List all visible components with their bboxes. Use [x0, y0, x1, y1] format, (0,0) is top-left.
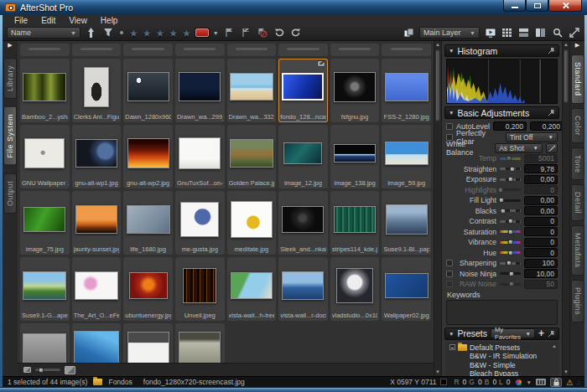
- slider-handle[interactable]: [508, 271, 514, 276]
- collapse-left-panel-icon[interactable]: ▶: [8, 42, 12, 50]
- slider-raw-noise[interactable]: [500, 283, 521, 286]
- slider-handle[interactable]: [507, 240, 513, 245]
- menu-view[interactable]: View: [62, 16, 94, 25]
- thumbnail-cell-partial[interactable]: [20, 44, 70, 56]
- tab-metadata[interactable]: Metadata: [571, 225, 584, 276]
- layers-icon[interactable]: [403, 27, 415, 39]
- presets-collection-dropdown[interactable]: My Favorites▼: [491, 328, 535, 338]
- layer-dropdown[interactable]: Main Layer▼: [419, 27, 480, 39]
- scroll-down-icon[interactable]: ▼: [563, 369, 569, 376]
- scroll-up-icon[interactable]: ▲: [552, 343, 557, 348]
- star-rating-5[interactable]: [182, 25, 191, 40]
- flag-rejected-icon[interactable]: [257, 27, 269, 39]
- slider-handle[interactable]: [507, 177, 513, 183]
- collapse-icon[interactable]: ▼: [449, 331, 454, 337]
- keywords-input[interactable]: [446, 300, 558, 325]
- lock-toggle[interactable]: [550, 378, 562, 387]
- star-rating-2[interactable]: [143, 25, 152, 40]
- pin-icon[interactable]: [548, 109, 555, 116]
- scroll-up-icon[interactable]: ▲: [563, 41, 569, 49]
- thumbnail-cell[interactable]: meditate.jpg: [227, 191, 277, 255]
- slider-fill-light[interactable]: [500, 199, 521, 202]
- preset-item-b-w-ir-simulation[interactable]: B&W - IR Simulation: [449, 352, 558, 361]
- thumbnail-cell[interactable]: Dawn_1280x960.jpg: [123, 59, 173, 122]
- thumbnail-cell-partial[interactable]: [72, 44, 122, 56]
- white-balance-dropdown[interactable]: As Shot▼: [495, 143, 543, 153]
- checkbox-sharpening[interactable]: [446, 260, 453, 266]
- menu-edit[interactable]: Edit: [34, 16, 62, 25]
- thumbnail-cell[interactable]: fondo_128...ncast.jpg: [278, 59, 328, 122]
- slider-value[interactable]: 0: [524, 217, 558, 226]
- slider-value[interactable]: 0: [524, 185, 558, 194]
- sort-dropdown[interactable]: Name▼: [7, 27, 81, 39]
- color-label-swatch[interactable]: [195, 28, 209, 37]
- slider-value[interactable]: 0: [524, 248, 558, 257]
- slider-value[interactable]: 100: [524, 259, 558, 268]
- autolevel-checkbox[interactable]: [446, 123, 453, 130]
- slider-handle[interactable]: [510, 166, 516, 172]
- tab-standard[interactable]: Standard: [571, 54, 584, 104]
- slider-vibrance[interactable]: [500, 241, 521, 244]
- thumbnail-cell[interactable]: [175, 323, 225, 363]
- rotate-right-icon[interactable]: [290, 27, 303, 39]
- thumbnail-cell[interactable]: vista-wall...h-tree.jpg: [227, 257, 277, 321]
- tab-color[interactable]: Color: [571, 108, 584, 143]
- thumbnail-cell-partial[interactable]: [227, 44, 277, 56]
- autolevel-value-2[interactable]: 0,200: [530, 121, 564, 131]
- star-rating-4[interactable]: [169, 25, 178, 40]
- thumbnail-cell-partial[interactable]: [382, 44, 431, 56]
- chevron-down-icon[interactable]: ▼: [213, 30, 219, 36]
- scroll-down-icon[interactable]: ▼: [434, 369, 441, 376]
- slider-value[interactable]: 0: [524, 227, 558, 236]
- basic-adjustments-header[interactable]: ▼ Basic Adjustments: [444, 106, 559, 119]
- preset-item-b-w-simple[interactable]: B&W - Simple: [449, 361, 558, 370]
- thumbnail-cell[interactable]: GnuTuxSof...on-v1.jpg: [175, 125, 225, 188]
- slider-value[interactable]: 10,00: [524, 269, 558, 278]
- thumbnail-cell[interactable]: vladstudio...0x1024.jpg: [330, 257, 380, 321]
- thumbnail-cell[interactable]: stripes114_kde.jpg: [330, 191, 380, 255]
- no-rating-dot[interactable]: [120, 31, 123, 34]
- pin-icon[interactable]: [548, 47, 555, 54]
- grid-scrollbar[interactable]: ▲ ▼: [434, 41, 442, 376]
- preview-view-icon[interactable]: [534, 27, 547, 39]
- color-profile-icon[interactable]: [515, 379, 522, 386]
- checkbox-raw-noise[interactable]: [446, 281, 453, 287]
- histogram-header[interactable]: ▼ Histogram: [444, 44, 559, 57]
- thumbnail-cell[interactable]: FSS-2_1280.jpg: [382, 59, 431, 122]
- thumbnail-size-slider[interactable]: [35, 369, 60, 371]
- tab-tone[interactable]: Tone: [571, 147, 584, 181]
- thumbnail-cell[interactable]: image_59.jpg: [382, 125, 431, 188]
- slider-value[interactable]: 0,00: [524, 196, 558, 205]
- slider-handle[interactable]: [508, 281, 514, 287]
- thumbnail-cell[interactable]: Golden Palace.jpg: [227, 125, 277, 188]
- preset-item-bleach-bypass[interactable]: Bleach Bypass: [449, 369, 558, 376]
- slider-value[interactable]: 0: [524, 238, 558, 247]
- thumbnail-cell[interactable]: [20, 323, 70, 363]
- grid-view-icon[interactable]: [501, 27, 513, 39]
- collapse-icon[interactable]: ▼: [449, 110, 454, 116]
- filmstrip-view-icon[interactable]: [517, 27, 530, 39]
- slider-handle[interactable]: [507, 219, 513, 224]
- thumbnail-cell[interactable]: [123, 323, 173, 363]
- slider-straighten[interactable]: [500, 168, 521, 170]
- thumbnail-cell[interactable]: ubuntuenergy.jpg: [123, 257, 173, 321]
- slider-sharpening[interactable]: [500, 262, 521, 265]
- warning-icon[interactable]: ⚠: [566, 379, 574, 386]
- thumbnail-cell[interactable]: Sleek_and...nkahn.jpg: [278, 191, 328, 255]
- perfectly-clear-dropdown[interactable]: Tint Off▼: [506, 132, 558, 142]
- tab-output[interactable]: Output: [3, 173, 17, 214]
- thumbnail-cell-partial[interactable]: [123, 44, 173, 56]
- thumbnail-cell-partial[interactable]: [330, 44, 380, 56]
- slider-highlights[interactable]: [500, 188, 521, 191]
- thumbnail-cell-partial[interactable]: [175, 44, 225, 56]
- tab-plugins[interactable]: Plugins: [571, 280, 584, 322]
- slider-exposure[interactable]: [500, 178, 521, 181]
- star-rating-1[interactable]: [129, 25, 138, 40]
- thumbnail-cell[interactable]: image_12.jpg: [278, 125, 328, 188]
- thumbnail-cell[interactable]: gnu-alt-wp1.jpg: [72, 125, 122, 188]
- thumbnail-cell[interactable]: [72, 323, 122, 363]
- keyboard-icon[interactable]: [536, 379, 546, 385]
- slider-temp[interactable]: [500, 157, 521, 160]
- tab-library[interactable]: Library: [3, 58, 17, 99]
- close-button[interactable]: [548, 0, 582, 12]
